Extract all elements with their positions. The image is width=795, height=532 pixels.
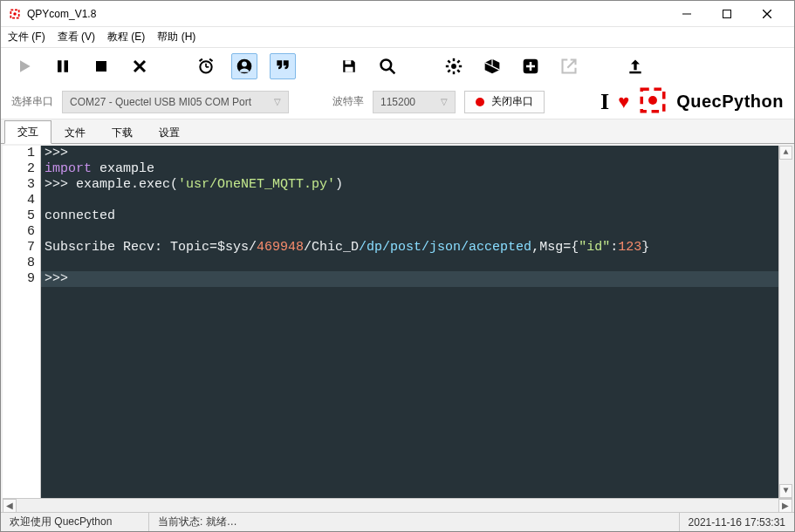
svg-line-15 <box>209 59 212 62</box>
svg-point-36 <box>648 96 657 105</box>
port-value: COM27 - Quectel USB MI05 COM Port <box>70 96 251 108</box>
code-line[interactable]: >>> <box>41 146 778 161</box>
brand: I ♥ QuecPython <box>600 85 784 118</box>
svg-rect-7 <box>65 60 69 72</box>
tab-0[interactable]: 交互 <box>4 120 51 144</box>
svg-line-27 <box>448 60 450 63</box>
brand-i: I <box>600 89 609 115</box>
minimize-button[interactable] <box>667 1 707 27</box>
code-line[interactable]: connected <box>41 208 778 224</box>
close-port-label: 关闭串口 <box>491 94 533 109</box>
status-state: 当前状态: 就绪… <box>149 513 680 531</box>
svg-line-30 <box>457 60 460 63</box>
line-number: 3 <box>3 177 35 193</box>
code-line[interactable]: Subscribe Recv: Topic=$sys/469948/Chic_D… <box>41 240 778 256</box>
svg-point-17 <box>242 62 247 67</box>
scroll-left-icon[interactable]: ◀ <box>3 499 17 513</box>
close-port-button[interactable]: 关闭串口 <box>464 91 545 113</box>
svg-point-1 <box>13 12 17 16</box>
line-number: 2 <box>3 161 35 177</box>
tabs: 交互文件下载设置 <box>1 119 794 144</box>
maximize-button[interactable] <box>707 1 747 27</box>
close-button[interactable] <box>747 1 787 27</box>
serial-row: 选择串口 COM27 - Quectel USB MI05 COM Port ▽… <box>1 85 794 119</box>
line-number: 9 <box>3 271 35 287</box>
port-label: 选择串口 <box>11 94 53 109</box>
play-button[interactable] <box>11 53 38 79</box>
code-line[interactable] <box>41 256 778 271</box>
scroll-up-icon[interactable]: ▲ <box>779 146 792 160</box>
horizontal-scrollbar[interactable]: ◀ ▶ <box>3 498 792 512</box>
record-icon <box>476 98 484 106</box>
code-area[interactable]: >>>import example>>> example.exec('usr/O… <box>41 146 778 498</box>
svg-rect-8 <box>96 61 106 72</box>
scroll-down-icon[interactable]: ▼ <box>779 484 792 498</box>
settings-button[interactable] <box>441 53 467 79</box>
line-number: 6 <box>3 224 35 240</box>
line-number: 8 <box>3 256 35 271</box>
editor: 123456789 >>>import example>>> example.e… <box>3 146 792 498</box>
code-line[interactable]: >>> <box>41 271 778 287</box>
svg-line-28 <box>457 70 460 72</box>
line-gutter: 123456789 <box>3 146 41 498</box>
menu-view[interactable]: 查看 (V) <box>58 30 95 44</box>
svg-rect-3 <box>723 10 731 17</box>
svg-rect-19 <box>346 67 353 72</box>
chevron-down-icon: ▽ <box>274 97 281 106</box>
line-number: 5 <box>3 208 35 224</box>
window-title: QPYcom_V1.8 <box>27 8 96 20</box>
quote-button[interactable] <box>270 53 296 79</box>
user-button[interactable] <box>231 53 257 79</box>
menu-help[interactable]: 帮助 (H) <box>157 30 195 44</box>
svg-line-21 <box>390 69 395 74</box>
port-select[interactable]: COM27 - Quectel USB MI05 COM Port ▽ <box>62 91 289 113</box>
tab-1[interactable]: 文件 <box>51 121 99 144</box>
stop-button[interactable] <box>88 53 114 79</box>
add-button[interactable] <box>517 53 544 79</box>
share-button[interactable] <box>556 53 582 79</box>
brand-text: QuecPython <box>676 92 784 112</box>
save-button[interactable] <box>336 53 362 79</box>
scroll-right-icon[interactable]: ▶ <box>778 499 792 513</box>
upload-button[interactable] <box>622 53 648 79</box>
titlebar: QPYcom_V1.8 <box>1 1 794 27</box>
baud-select[interactable]: 115200 ▽ <box>373 91 456 113</box>
cancel-button[interactable] <box>127 53 153 79</box>
statusbar: 欢迎使用 QuecPython 当前状态: 就绪… 2021-11-16 17:… <box>1 512 794 531</box>
search-button[interactable] <box>374 53 401 79</box>
svg-rect-34 <box>629 72 641 74</box>
code-line[interactable]: import example <box>41 161 778 177</box>
status-welcome: 欢迎使用 QuecPython <box>1 513 149 531</box>
cube-button[interactable] <box>479 53 505 79</box>
baud-value: 115200 <box>380 96 415 108</box>
line-number: 7 <box>3 240 35 256</box>
line-number: 4 <box>3 193 35 208</box>
svg-rect-6 <box>58 60 62 72</box>
code-line[interactable]: >>> example.exec('usr/OneNET_MQTT.py') <box>41 177 778 193</box>
chevron-down-icon: ▽ <box>441 97 448 106</box>
line-number: 1 <box>3 146 35 161</box>
tab-3[interactable]: 设置 <box>146 121 193 144</box>
svg-rect-18 <box>346 60 352 65</box>
menubar: 文件 (F) 查看 (V) 教程 (E) 帮助 (H) <box>1 27 794 48</box>
app-icon <box>8 7 22 21</box>
code-line[interactable] <box>41 193 778 208</box>
toolbar <box>1 48 794 85</box>
menu-file[interactable]: 文件 (F) <box>8 30 45 44</box>
brand-logo-icon <box>638 85 668 118</box>
svg-line-29 <box>448 70 450 72</box>
svg-line-14 <box>200 59 202 62</box>
code-line[interactable] <box>41 224 778 240</box>
heart-icon: ♥ <box>618 91 629 113</box>
vertical-scrollbar[interactable]: ▲ ▼ <box>778 146 792 498</box>
status-timestamp: 2021-11-16 17:53:31 <box>680 513 794 531</box>
menu-tutorial[interactable]: 教程 (E) <box>107 30 145 44</box>
tab-2[interactable]: 下载 <box>99 121 146 144</box>
pause-button[interactable] <box>50 53 76 79</box>
svg-point-20 <box>381 60 392 71</box>
alarm-button[interactable] <box>193 53 219 79</box>
svg-point-22 <box>451 64 456 69</box>
baud-label: 波特率 <box>332 94 364 109</box>
